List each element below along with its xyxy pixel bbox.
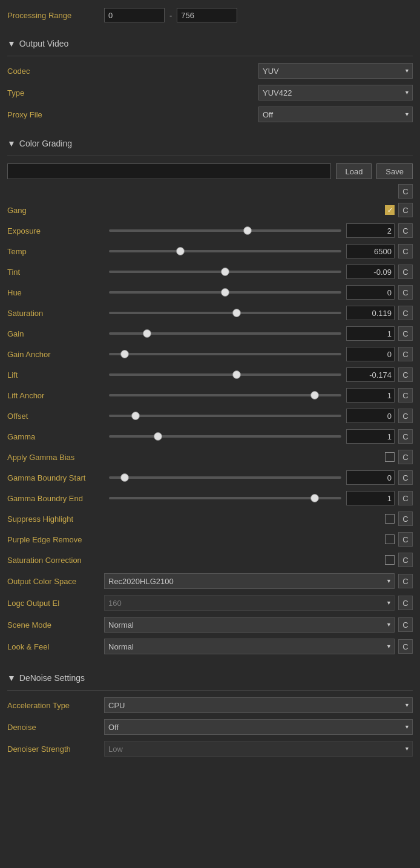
hue-row: Hue C bbox=[7, 282, 413, 303]
gamma-boundry-start-value[interactable] bbox=[346, 470, 395, 485]
gain-anchor-reset-btn[interactable]: C bbox=[398, 347, 413, 361]
logc-output-ei-label: Logc Output EI bbox=[7, 599, 104, 608]
suppress-highlight-reset-btn[interactable]: C bbox=[398, 511, 413, 526]
purple-edge-remove-reset-btn[interactable]: C bbox=[398, 532, 413, 547]
saturation-row: Saturation C bbox=[7, 303, 413, 323]
output-video-divider bbox=[7, 56, 413, 56]
gain-anchor-value[interactable] bbox=[346, 347, 395, 361]
denoise-label: Denoise bbox=[7, 723, 104, 732]
processing-range-from[interactable] bbox=[104, 8, 165, 22]
type-select[interactable]: YUV422 YUV420 YUV444 bbox=[258, 85, 413, 100]
lift-slider[interactable] bbox=[109, 373, 341, 376]
denoiser-strength-select[interactable]: Low Medium High bbox=[104, 741, 413, 757]
lift-reset-btn[interactable]: C bbox=[398, 367, 413, 382]
temp-value[interactable] bbox=[346, 244, 395, 258]
purple-edge-remove-checkbox[interactable] bbox=[385, 534, 395, 544]
offset-value[interactable] bbox=[346, 409, 395, 423]
lift-value[interactable] bbox=[346, 367, 395, 382]
lift-anchor-row: Lift Anchor C bbox=[7, 385, 413, 406]
offset-row: Offset C bbox=[7, 406, 413, 426]
exposure-label: Exposure bbox=[7, 226, 104, 235]
gamma-boundry-start-slider[interactable] bbox=[109, 476, 341, 479]
suppress-highlight-checkbox[interactable] bbox=[385, 514, 395, 524]
temp-slider[interactable] bbox=[109, 250, 341, 252]
logc-output-ei-reset-btn[interactable]: C bbox=[398, 596, 413, 610]
gamma-row: Gamma C bbox=[7, 426, 413, 447]
denoiser-strength-row: Denoiser Strength Low Medium High bbox=[7, 738, 413, 760]
gamma-boundry-end-value[interactable] bbox=[346, 491, 395, 505]
saturation-reset-btn[interactable]: C bbox=[398, 306, 413, 320]
hue-reset-btn[interactable]: C bbox=[398, 285, 413, 300]
temp-row: Temp C bbox=[7, 241, 413, 261]
proxy-file-select[interactable]: Off On bbox=[258, 107, 413, 122]
exposure-slider-container bbox=[109, 229, 341, 232]
exposure-slider[interactable] bbox=[109, 229, 341, 232]
scene-mode-select[interactable]: Normal Cinema Log bbox=[104, 617, 395, 633]
acceleration-type-select[interactable]: CPU GPU Auto bbox=[104, 697, 413, 713]
load-button[interactable]: Load bbox=[336, 163, 372, 179]
logc-output-ei-select-wrapper: 160 200 400 800 bbox=[104, 595, 395, 611]
saturation-slider[interactable] bbox=[109, 312, 341, 314]
denoise-select[interactable]: Off Low Medium High bbox=[104, 719, 413, 735]
gamma-boundry-end-reset-btn[interactable]: C bbox=[398, 491, 413, 505]
look-and-feel-select[interactable]: Normal Vivid Natural bbox=[104, 639, 395, 654]
lift-anchor-slider-container bbox=[109, 394, 341, 396]
output-video-section-header[interactable]: ▼ Output Video bbox=[7, 33, 413, 52]
offset-label: Offset bbox=[7, 412, 104, 421]
apply-gamma-bias-reset-btn[interactable]: C bbox=[398, 450, 413, 464]
gain-slider[interactable] bbox=[109, 332, 341, 335]
offset-slider[interactable] bbox=[109, 415, 341, 417]
exposure-value[interactable] bbox=[346, 223, 395, 238]
gamma-boundry-end-slider-container bbox=[109, 497, 341, 499]
lift-anchor-value[interactable] bbox=[346, 388, 395, 403]
denoise-settings-divider bbox=[7, 690, 413, 691]
output-color-space-reset-btn[interactable]: C bbox=[398, 574, 413, 588]
gain-value[interactable] bbox=[346, 326, 395, 341]
lift-anchor-reset-btn[interactable]: C bbox=[398, 388, 413, 403]
tint-value[interactable] bbox=[346, 265, 395, 279]
offset-reset-btn[interactable]: C bbox=[398, 409, 413, 423]
temp-reset-btn[interactable]: C bbox=[398, 244, 413, 258]
logc-output-ei-select[interactable]: 160 200 400 800 bbox=[104, 595, 395, 611]
look-and-feel-reset-btn[interactable]: C bbox=[398, 639, 413, 654]
saturation-correction-checkbox[interactable] bbox=[385, 555, 395, 565]
denoise-settings-section-header[interactable]: ▼ DeNoise Settings bbox=[7, 667, 413, 686]
gamma-boundry-end-slider[interactable] bbox=[109, 497, 341, 499]
exposure-reset-btn[interactable]: C bbox=[398, 223, 413, 238]
save-button[interactable]: Save bbox=[376, 163, 413, 179]
gamma-boundry-start-reset-btn[interactable]: C bbox=[398, 470, 413, 485]
gamma-reset-btn[interactable]: C bbox=[398, 429, 413, 444]
processing-range-to[interactable] bbox=[177, 8, 237, 22]
gang-reset-btn[interactable]: C bbox=[398, 203, 413, 217]
saturation-value[interactable] bbox=[346, 306, 395, 320]
output-color-space-select[interactable]: Rec2020HLG2100 Rec709 sRGB bbox=[104, 573, 395, 589]
load-save-row: Load Save bbox=[7, 160, 413, 183]
gamma-value[interactable] bbox=[346, 429, 395, 444]
gain-anchor-slider[interactable] bbox=[109, 353, 341, 355]
hue-value[interactable] bbox=[346, 285, 395, 300]
color-grading-reset-all-btn[interactable]: C bbox=[398, 184, 413, 199]
tint-reset-btn[interactable]: C bbox=[398, 265, 413, 279]
hue-slider-container bbox=[109, 291, 341, 294]
color-grading-file-input[interactable] bbox=[7, 163, 331, 179]
gamma-boundry-end-row: Gamma Boundry End C bbox=[7, 488, 413, 508]
codec-select[interactable]: YUV RGB RAW bbox=[258, 63, 413, 79]
gain-anchor-row: Gain Anchor C bbox=[7, 344, 413, 364]
lift-anchor-slider[interactable] bbox=[109, 394, 341, 396]
color-grading-label: Color Grading bbox=[19, 139, 72, 148]
denoise-row: Denoise Off Low Medium High bbox=[7, 716, 413, 738]
hue-slider[interactable] bbox=[109, 291, 341, 294]
gamma-slider[interactable] bbox=[109, 435, 341, 438]
gain-label: Gain bbox=[7, 329, 104, 338]
scene-mode-reset-btn[interactable]: C bbox=[398, 617, 413, 632]
gain-reset-btn[interactable]: C bbox=[398, 326, 413, 341]
color-grading-section-header[interactable]: ▼ Color Grading bbox=[7, 133, 413, 152]
output-video-label: Output Video bbox=[19, 39, 68, 48]
apply-gamma-bias-checkbox[interactable] bbox=[385, 452, 395, 462]
saturation-correction-reset-btn[interactable]: C bbox=[398, 553, 413, 567]
gang-checkbox[interactable] bbox=[385, 205, 395, 215]
type-label: Type bbox=[7, 88, 104, 97]
tint-slider[interactable] bbox=[109, 271, 341, 273]
denoiser-strength-select-wrapper: Low Medium High bbox=[104, 741, 413, 757]
denoise-settings-label: DeNoise Settings bbox=[19, 673, 85, 683]
